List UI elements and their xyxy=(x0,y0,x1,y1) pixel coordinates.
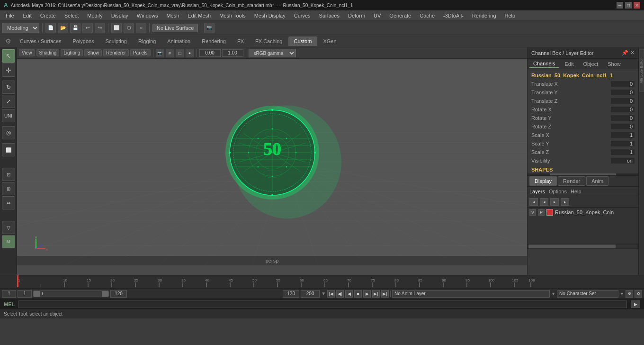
tab-curves-surfaces[interactable]: Curves / Surfaces xyxy=(14,36,67,46)
frame-end-display[interactable] xyxy=(283,290,299,298)
layer-visibility[interactable]: V xyxy=(529,209,536,216)
workspace-select[interactable]: Modeling xyxy=(2,23,39,33)
layer-playback[interactable]: P xyxy=(538,209,545,216)
timeline-range[interactable]: 1 xyxy=(33,291,109,297)
vp-grid-btn[interactable]: # xyxy=(166,49,174,57)
new-file-button[interactable]: 📄 xyxy=(45,23,56,33)
maximize-button[interactable]: □ xyxy=(625,2,632,9)
menu-mesh-tools[interactable]: Mesh Tools xyxy=(215,12,249,19)
char-set-icon2[interactable]: ✿ xyxy=(635,290,642,298)
anim-layer-dropdown[interactable]: ▼ xyxy=(551,291,555,296)
layer-nav-btn1[interactable]: ◂ xyxy=(540,198,548,206)
menu-help[interactable]: Help xyxy=(501,12,519,19)
undo-button[interactable]: ↩ xyxy=(82,23,93,33)
menu-create[interactable]: Create xyxy=(36,12,60,19)
rect-select-left[interactable]: ⬜ xyxy=(2,143,15,156)
range-thumb-left[interactable] xyxy=(34,291,40,297)
menu-windows[interactable]: Windows xyxy=(133,12,162,19)
char-set-icon1[interactable]: ⚙ xyxy=(626,290,633,298)
tab-custom[interactable]: Custom xyxy=(288,36,318,46)
tab-animation[interactable]: Animation xyxy=(161,36,196,46)
vp-wire-btn[interactable]: ◻ xyxy=(176,49,184,57)
cb-tab-object[interactable]: Object xyxy=(579,60,602,68)
cb-close-icon[interactable]: ✕ xyxy=(630,50,635,56)
soft-select-left[interactable]: ◎ xyxy=(2,126,15,139)
vp-value1-input[interactable] xyxy=(199,49,221,57)
menu-rendering[interactable]: Rendering xyxy=(468,12,500,19)
menu-mesh-display[interactable]: Mesh Display xyxy=(250,12,289,19)
universal-tool-left[interactable]: UNI xyxy=(2,109,15,122)
range-thumb-right[interactable] xyxy=(102,291,108,297)
vp-smooth-btn[interactable]: ● xyxy=(186,49,194,57)
playback-first[interactable]: |◀ xyxy=(327,290,335,298)
vp-value2-input[interactable] xyxy=(222,49,243,57)
menu-edit-mesh[interactable]: Edit Mesh xyxy=(184,12,215,19)
shading-menu[interactable]: Shading xyxy=(36,49,60,56)
playback-prev-key[interactable]: ◀| xyxy=(336,290,344,298)
renderer-menu[interactable]: Renderer xyxy=(103,49,129,56)
tab-rigging[interactable]: Rigging xyxy=(133,36,161,46)
playback-stop[interactable]: ■ xyxy=(354,290,362,298)
menu-select[interactable]: Select xyxy=(61,12,83,19)
tab-polygons[interactable]: Polygons xyxy=(67,36,99,46)
menu-surfaces[interactable]: Surfaces xyxy=(315,12,343,19)
menu-uv[interactable]: UV xyxy=(370,12,385,19)
viewport-canvas[interactable]: 50 xyxy=(17,59,527,265)
view-menu[interactable]: View xyxy=(19,49,35,56)
cb-tab-edit[interactable]: Edit xyxy=(561,60,577,68)
tab-fx[interactable]: FX xyxy=(232,36,250,46)
close-button[interactable]: ✕ xyxy=(634,2,640,9)
playback-play[interactable]: ▶ xyxy=(363,290,371,298)
menu-3dtoall[interactable]: -3DtoAll- xyxy=(439,12,467,19)
playback-next[interactable]: ▶| xyxy=(372,290,380,298)
scroll-thumb-h[interactable] xyxy=(550,173,616,175)
snap-left[interactable]: ⊡ xyxy=(2,168,15,181)
lighting-menu[interactable]: Lighting xyxy=(61,49,83,56)
paint-tool-button[interactable]: ○ xyxy=(136,23,146,33)
layer-tab-help[interactable]: Help xyxy=(571,189,581,194)
frame-current-input[interactable] xyxy=(18,290,32,298)
redo-button[interactable]: ↪ xyxy=(95,23,105,33)
scale-tool-left[interactable]: ⤢ xyxy=(2,95,15,108)
gamma-select[interactable]: sRGB gamma xyxy=(249,49,296,57)
lasso-tool-button[interactable]: ⬡ xyxy=(124,23,134,33)
show-menu[interactable]: Show xyxy=(84,49,102,56)
camera-button[interactable]: 📷 xyxy=(204,23,215,33)
cmd-input[interactable] xyxy=(18,300,627,308)
minimize-button[interactable]: ─ xyxy=(617,2,623,9)
tab-rendering[interactable]: Rendering xyxy=(196,36,232,46)
save-file-button[interactable]: 💾 xyxy=(70,23,80,33)
tool1-left[interactable]: ▽ xyxy=(2,221,15,234)
layer-tab-layers[interactable]: Layers xyxy=(529,189,545,194)
tool2-left[interactable]: M xyxy=(2,235,15,248)
attr-editor-vtab[interactable]: Attribute Editor xyxy=(639,49,644,92)
panels-menu[interactable]: Panels xyxy=(130,49,151,56)
tab-anim[interactable]: Anim xyxy=(586,176,608,186)
cb-tab-show[interactable]: Show xyxy=(604,60,625,68)
cb-pin-icon[interactable]: 📌 xyxy=(622,50,628,56)
tab-render[interactable]: Render xyxy=(558,176,585,186)
select-tool-left[interactable]: ↖ xyxy=(2,49,15,63)
menu-modify[interactable]: Modify xyxy=(83,12,106,19)
cmd-submit-btn[interactable]: ▶ xyxy=(631,300,640,308)
tab-xgen[interactable]: XGen xyxy=(317,36,342,46)
move-tool-left[interactable]: ✛ xyxy=(2,64,15,77)
layer-nav-btn3[interactable]: ▸ xyxy=(561,198,569,206)
menu-file[interactable]: File xyxy=(2,12,18,19)
tab-display[interactable]: Display xyxy=(529,176,557,186)
select-tool-button[interactable]: ⬜ xyxy=(111,23,122,33)
menu-cache[interactable]: Cache xyxy=(416,12,438,19)
open-file-button[interactable]: 📂 xyxy=(58,23,68,33)
menu-generate[interactable]: Generate xyxy=(385,12,415,19)
layer-color-swatch[interactable] xyxy=(546,209,553,216)
rotate-tool-left[interactable]: ↻ xyxy=(2,81,15,94)
char-set-dropdown[interactable]: ▼ xyxy=(620,291,624,296)
frame-range-end-input[interactable] xyxy=(110,290,127,298)
layer-tab-options[interactable]: Options xyxy=(549,189,567,194)
menu-curves[interactable]: Curves xyxy=(290,12,314,19)
playback-prev[interactable]: ◀ xyxy=(345,290,353,298)
frame-range-max-input[interactable] xyxy=(301,290,320,298)
menu-deform[interactable]: Deform xyxy=(344,12,369,19)
layer-add-btn[interactable]: ◂ xyxy=(529,198,538,206)
menu-display[interactable]: Display xyxy=(107,12,132,19)
